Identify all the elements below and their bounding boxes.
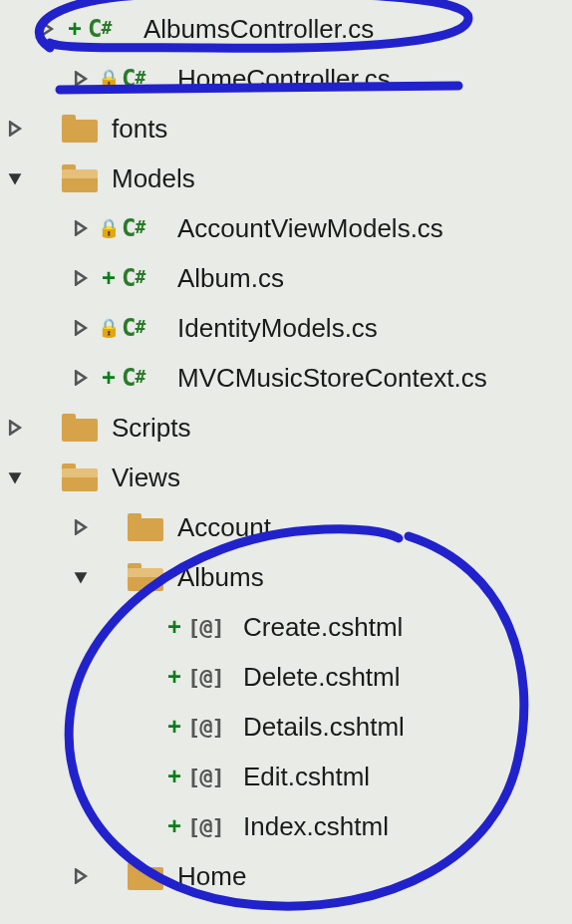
expand-arrow-icon[interactable] [36,18,58,40]
csharp-file-icon: C# [122,314,169,342]
collapse-arrow-icon[interactable] [70,566,92,588]
expand-arrow-icon[interactable] [70,367,92,389]
folder-icon [56,414,104,442]
vcs-added-icon: + [163,713,185,741]
tree-item[interactable]: +[@]Create.cshtml [0,602,572,652]
vcs-locked-icon: 🔒 [98,68,120,90]
expand-arrow-icon[interactable] [70,317,92,339]
vcs-added-icon: + [163,663,185,691]
tree-item-label: MVCMusicStoreContext.cs [177,363,487,394]
vcs-locked-icon: 🔒 [98,217,120,239]
tree-item-label: Account [177,512,271,543]
tree-item-label: HomeController.cs [177,64,391,95]
vcs-added-icon: + [163,812,185,840]
tree-item-label: Details.cshtml [243,712,405,743]
tree-item[interactable]: +[@]Edit.cshtml [0,752,572,801]
tree-item-label: Views [112,462,180,493]
tree-item[interactable]: 🔒C#IdentityModels.cs [0,303,572,353]
folder-open-icon [122,563,169,591]
tree-item[interactable]: +Scripts [0,403,572,453]
tree-item[interactable]: +C#MVCMusicStoreContext.cs [0,353,572,403]
tree-item-label: AlbumsController.cs [143,14,374,45]
cshtml-file-icon: [@] [187,665,235,690]
tree-item[interactable]: +fonts [0,104,572,154]
tree-item[interactable]: +[@]Details.cshtml [0,702,572,752]
tree-item[interactable]: +[@]Delete.cshtml [0,652,572,702]
csharp-file-icon: C# [122,214,169,242]
tree-item[interactable]: 🔒C#HomeController.cs [0,54,572,104]
expand-arrow-icon[interactable] [70,267,92,289]
tree-item[interactable]: +Models [0,154,572,203]
vcs-added-icon: + [163,763,185,790]
tree-item-label: Albums [177,562,264,593]
tree-item-label: Edit.cshtml [243,762,370,792]
cshtml-file-icon: [@] [187,715,235,740]
csharp-file-icon: C# [122,65,169,93]
expand-arrow-icon[interactable] [4,118,26,140]
expand-arrow-icon[interactable] [70,68,92,90]
vcs-locked-icon: 🔒 [98,317,120,339]
tree-item[interactable]: +Account [0,502,572,552]
tree-item-label: AccountViewModels.cs [177,213,443,244]
tree-item-label: Home [177,861,246,892]
vcs-added-icon: + [163,613,185,641]
collapse-arrow-icon[interactable] [4,167,26,189]
tree-item[interactable]: +Albums [0,552,572,602]
expand-arrow-icon[interactable] [70,516,92,538]
csharp-file-icon: C# [122,364,169,392]
tree-item-label: Create.cshtml [243,612,403,643]
folder-icon [122,862,169,890]
tree-item-label: Models [112,163,195,194]
vcs-added-icon: + [98,264,120,292]
folder-icon [122,513,169,541]
tree-item[interactable]: +[@]Index.cshtml [0,801,572,851]
tree-item-label: Delete.cshtml [243,662,401,693]
tree-item[interactable]: +C#Album.cs [0,253,572,303]
tree-item[interactable]: +Views [0,453,572,502]
cshtml-file-icon: [@] [187,765,235,789]
tree-item-label: Index.cshtml [243,811,389,842]
tree-item-label: Scripts [112,413,190,444]
tree-item[interactable]: +C#AlbumsController.cs [0,4,572,54]
folder-open-icon [56,164,104,192]
cshtml-file-icon: [@] [187,615,235,640]
csharp-file-icon: C# [88,15,136,43]
tree-item-label: fonts [112,114,167,145]
folder-icon [56,115,104,143]
solution-explorer-tree: +C#AlbumsController.cs🔒C#HomeController.… [0,0,572,901]
folder-open-icon [56,463,104,491]
vcs-added-icon: + [98,364,120,392]
collapse-arrow-icon[interactable] [4,466,26,488]
csharp-file-icon: C# [122,264,169,292]
expand-arrow-icon[interactable] [70,217,92,239]
expand-arrow-icon[interactable] [4,417,26,439]
cshtml-file-icon: [@] [187,814,235,839]
tree-item-label: IdentityModels.cs [177,313,378,344]
expand-arrow-icon[interactable] [70,865,92,887]
tree-item-label: Album.cs [177,263,284,294]
tree-item[interactable]: 🔒C#AccountViewModels.cs [0,203,572,253]
tree-item[interactable]: +Home [0,851,572,901]
vcs-added-icon: + [64,15,86,43]
